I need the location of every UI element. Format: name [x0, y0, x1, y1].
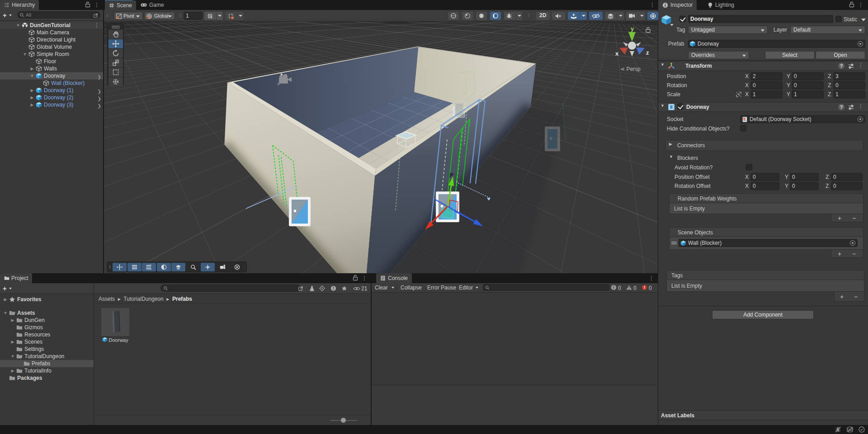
svg-text:x: x — [615, 50, 619, 57]
svg-text:z: z — [646, 49, 649, 56]
svg-text:Y: Y — [210, 16, 212, 19]
svg-text:⋖ Persp: ⋖ Persp — [620, 66, 641, 72]
svg-text:y: y — [631, 25, 634, 32]
